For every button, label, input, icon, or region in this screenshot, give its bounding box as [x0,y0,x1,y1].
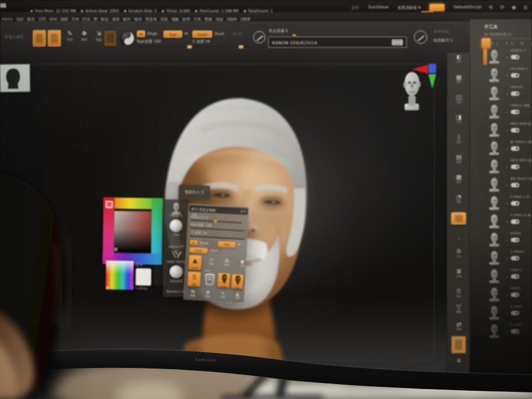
focal-shift-label[interactable]: 焦点衰减 0 [269,28,288,34]
subtool-eye-toggle[interactable] [511,91,519,96]
undo-icon[interactable]: ⟲ [489,4,493,10]
subtool-eye-toggle[interactable] [511,256,519,260]
subtool-eye-toggle[interactable] [511,73,519,78]
subtool-row[interactable]: 新生 Reset 1 版 ▸ [470,176,532,194]
subtool-row[interactable]: HEAD11 ▸ [470,84,532,103]
current-color-swatch[interactable] [136,268,151,285]
mode-icon-绘制[interactable]: ✎绘制 [63,30,77,42]
rgb-intensity-label[interactable]: Rgb强度 100 [137,39,161,44]
draw-size-field[interactable]: KANON 026(K)2014 [268,37,407,48]
alpha-thumbnail-card[interactable] [0,64,30,93]
material-swatch-tan[interactable] [451,336,466,354]
subtool-eye-toggle[interactable] [511,274,519,279]
rgb-slider-handle[interactable] [187,45,192,48]
rgb-button[interactable]: Rgb [163,30,182,38]
lock-icon[interactable]: ⚿锁定 [447,288,470,298]
mode-icon-移动[interactable]: ✥移动 [77,30,91,42]
subtool-eye-toggle[interactable] [511,183,519,187]
mrgb-button[interactable]: M [137,30,145,37]
popup-stroke-1[interactable]: ▱拖移 [205,257,218,265]
color-picker[interactable]: 旧 8 C.White [101,197,165,344]
zsub-button[interactable]: Zsub [214,32,224,36]
tray-mini-tabs[interactable]: XL XS W DE U [491,42,532,45]
transp-icon[interactable]: ◔透明 [447,193,470,203]
poly-frame-icon[interactable]: ▦线框 [447,173,470,183]
subtool-eye-toggle[interactable] [511,201,519,206]
popup-stroke-2[interactable]: ⁂喷涂 [221,257,233,266]
m-button[interactable]: M [185,32,188,36]
user-icon[interactable]: ◎ [523,4,528,10]
current-tool-thumb[interactable] [170,202,182,214]
material-sphere-small[interactable] [170,265,183,278]
dual-head-icon[interactable]: ⇄双视 [447,321,470,331]
subtool-eye-toggle[interactable] [511,55,519,59]
popup-z-label[interactable]: Z 强度 58 [191,230,207,236]
popup-action-2[interactable]: ✣吸附 [202,289,214,298]
popup-mask-button[interactable]: 遮罩 [217,272,231,288]
zoom-doc-icon[interactable]: ▦缩放 [447,74,470,84]
scroll-doc-icon[interactable]: ◐滚动 [447,53,470,63]
brush-thumb-button[interactable] [33,30,46,47]
subtool-row[interactable]: AB-B HEAD 版 ▸ [470,157,532,176]
sv-cursor[interactable] [114,248,117,251]
subtool-row[interactable]: HEAD11 修复 ▸ [470,103,532,121]
rgb-intensity-slider[interactable] [137,47,192,48]
home-icon[interactable]: ⌂ [447,356,470,364]
popup-m-label[interactable]: M [238,243,241,247]
sculpt-canvas[interactable]: 旧 8 C.White HEAD 5 Clay Alpha Off [0,53,447,399]
material-sphere[interactable] [120,30,135,46]
gear-icon[interactable]: ◉ [511,4,516,10]
subtool-row[interactable]: HEAD11 3 ▸ [470,48,532,66]
quicksave-button[interactable]: QuickSave [368,5,388,9]
subtool-row[interactable]: HQ HEAD 1 ▸ [470,66,532,84]
subtool-row[interactable]: 6HEAD ▸ [470,231,532,249]
lines-icon[interactable]: ≣对称 [447,268,470,278]
popup-pick-button[interactable]: 拾取 [231,274,244,289]
fill-bucket-icon[interactable] [204,273,216,287]
popup-stroke-3[interactable]: ◉点绘 [236,258,249,267]
floor-icon[interactable]: ▤地面 [447,154,470,163]
subtool-row[interactable]: 9 HEAD ▸ [470,322,532,340]
subtool-eye-toggle[interactable] [511,128,519,132]
popup-scurve-button[interactable]: S笔触 [187,271,201,287]
subtool-row[interactable]: 新 HEAD11 修复 ▸ [470,139,532,157]
subtool-row[interactable]: S HEAD 1 23 ▸ [470,194,532,212]
solo-icon[interactable]: · [447,236,470,243]
subtool-eye-toggle[interactable] [511,293,519,297]
redo-icon[interactable]: ⟳ [500,4,505,10]
z-intensity-slider[interactable] [192,47,254,48]
subtool-row[interactable]: HEAD1 ▸ [470,285,532,304]
active-tool-label[interactable]: 当前活动项 9 [397,5,421,11]
subtool-eye-toggle[interactable] [511,311,519,315]
subtool-eye-toggle[interactable] [511,329,519,334]
mrgb-label[interactable]: Mrgb [147,32,157,36]
z-intensity-label[interactable]: Z 强度 56 [192,39,210,44]
zcut-button[interactable]: Zcut [233,32,242,36]
persp-icon[interactable]: ◊透视 [447,134,470,144]
z-slider-handle[interactable] [239,45,243,48]
ghost-icon[interactable] [451,212,466,224]
zadd-button[interactable]: Zadd [192,30,212,38]
frame-icon[interactable]: ▢ [447,372,470,379]
subtool-row[interactable]: HEAD 1 ▸ [470,267,532,285]
dynamic-mode-label[interactable]: 动态模式 1 [433,38,453,43]
brush-sphere[interactable] [170,219,182,232]
tray-scrollbar[interactable] [483,49,487,65]
popup-menu-button[interactable]: 菜单 [240,209,246,214]
subtool-row[interactable]: S HEAD1 ▸ [470,249,532,267]
popup-action-4[interactable]: ◭记录 [231,291,244,300]
popup-action-1[interactable]: ⇋镜像 [187,288,200,297]
focal-shift-icon[interactable] [253,31,265,43]
field-handle[interactable] [392,39,403,45]
popup-mrgb-button[interactable]: M [190,239,198,245]
popup-rgb-button[interactable]: Rgb [218,241,237,248]
stroke-icon[interactable] [171,250,182,259]
session-button[interactable] [429,4,444,11]
orientation-gizmo[interactable] [398,64,439,116]
subtool-eye-toggle[interactable] [511,238,519,242]
subtool-eye-toggle[interactable] [511,110,519,114]
mini-gradient-picker[interactable] [106,260,134,290]
actual-size-icon[interactable]: ◫实际 [447,94,470,104]
subtool-eye-toggle[interactable] [511,219,519,224]
texture-swatch[interactable] [104,30,117,47]
